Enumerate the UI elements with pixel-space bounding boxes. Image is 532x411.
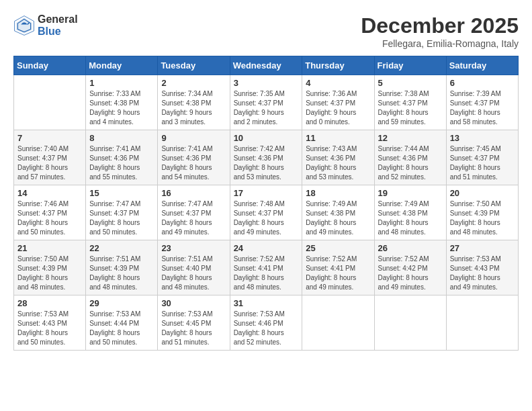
day-info: Sunrise: 7:53 AM Sunset: 4:43 PM Dayligh… — [450, 255, 515, 292]
day-info: Sunrise: 7:47 AM Sunset: 4:37 PM Dayligh… — [89, 199, 154, 237]
day-info: Sunrise: 7:36 AM Sunset: 4:37 PM Dayligh… — [306, 89, 370, 127]
weekday-header-wednesday: Wednesday — [230, 56, 302, 75]
day-number: 1 — [89, 78, 154, 88]
calendar-cell: 7Sunrise: 7:40 AM Sunset: 4:37 PM Daylig… — [14, 130, 86, 185]
calendar-cell: 9Sunrise: 7:41 AM Sunset: 4:36 PM Daylig… — [158, 130, 230, 185]
calendar-cell: 28Sunrise: 7:53 AM Sunset: 4:43 PM Dayli… — [14, 295, 86, 351]
day-number: 16 — [161, 188, 226, 198]
calendar-cell: 25Sunrise: 7:52 AM Sunset: 4:41 PM Dayli… — [302, 240, 374, 295]
day-info: Sunrise: 7:49 AM Sunset: 4:38 PM Dayligh… — [306, 199, 370, 237]
weekday-header-tuesday: Tuesday — [158, 56, 230, 75]
day-info: Sunrise: 7:46 AM Sunset: 4:37 PM Dayligh… — [17, 199, 82, 237]
day-info: Sunrise: 7:48 AM Sunset: 4:37 PM Dayligh… — [234, 199, 299, 237]
day-number: 27 — [450, 243, 515, 253]
calendar-cell: 10Sunrise: 7:42 AM Sunset: 4:36 PM Dayli… — [230, 130, 302, 185]
calendar-cell: 4Sunrise: 7:36 AM Sunset: 4:37 PM Daylig… — [302, 75, 374, 130]
calendar-cell: 21Sunrise: 7:50 AM Sunset: 4:39 PM Dayli… — [14, 240, 86, 295]
day-number: 21 — [17, 243, 82, 253]
day-number: 7 — [17, 133, 82, 143]
calendar-cell: 24Sunrise: 7:52 AM Sunset: 4:41 PM Dayli… — [230, 240, 302, 295]
day-info: Sunrise: 7:35 AM Sunset: 4:37 PM Dayligh… — [234, 89, 299, 127]
calendar-cell: 31Sunrise: 7:53 AM Sunset: 4:46 PM Dayli… — [230, 295, 302, 351]
day-number: 25 — [306, 243, 370, 253]
day-info: Sunrise: 7:52 AM Sunset: 4:42 PM Dayligh… — [378, 255, 443, 292]
calendar-cell: 19Sunrise: 7:49 AM Sunset: 4:38 PM Dayli… — [374, 185, 446, 240]
weekday-header-monday: Monday — [86, 56, 158, 75]
month-title: December 2025 — [361, 13, 519, 38]
weekday-header-friday: Friday — [374, 56, 446, 75]
calendar-week-2: 7Sunrise: 7:40 AM Sunset: 4:37 PM Daylig… — [14, 130, 519, 185]
title-area: December 2025 Fellegara, Emilia-Romagna,… — [361, 13, 519, 49]
day-info: Sunrise: 7:51 AM Sunset: 4:40 PM Dayligh… — [161, 255, 226, 292]
day-info: Sunrise: 7:41 AM Sunset: 4:36 PM Dayligh… — [161, 144, 226, 182]
day-info: Sunrise: 7:53 AM Sunset: 4:44 PM Dayligh… — [89, 310, 154, 347]
calendar-cell: 30Sunrise: 7:53 AM Sunset: 4:45 PM Dayli… — [158, 295, 230, 351]
calendar-cell: 1Sunrise: 7:33 AM Sunset: 4:38 PM Daylig… — [86, 75, 158, 130]
calendar-cell: 3Sunrise: 7:35 AM Sunset: 4:37 PM Daylig… — [230, 75, 302, 130]
logo-general-text: General — [38, 13, 78, 26]
calendar-cell: 13Sunrise: 7:45 AM Sunset: 4:37 PM Dayli… — [446, 130, 518, 185]
day-info: Sunrise: 7:53 AM Sunset: 4:46 PM Dayligh… — [234, 310, 299, 347]
calendar-cell — [374, 295, 446, 351]
day-number: 11 — [306, 133, 370, 143]
calendar-cell: 23Sunrise: 7:51 AM Sunset: 4:40 PM Dayli… — [158, 240, 230, 295]
calendar-cell: 6Sunrise: 7:39 AM Sunset: 4:37 PM Daylig… — [446, 75, 518, 130]
day-info: Sunrise: 7:42 AM Sunset: 4:36 PM Dayligh… — [234, 144, 299, 182]
calendar-week-3: 14Sunrise: 7:46 AM Sunset: 4:37 PM Dayli… — [14, 185, 519, 240]
logo: General Blue — [13, 13, 78, 37]
logo-blue-text: Blue — [38, 26, 78, 38]
calendar-cell: 22Sunrise: 7:51 AM Sunset: 4:39 PM Dayli… — [86, 240, 158, 295]
day-info: Sunrise: 7:44 AM Sunset: 4:36 PM Dayligh… — [378, 144, 443, 182]
calendar-cell: 8Sunrise: 7:41 AM Sunset: 4:36 PM Daylig… — [86, 130, 158, 185]
day-number: 23 — [161, 243, 226, 253]
day-info: Sunrise: 7:38 AM Sunset: 4:37 PM Dayligh… — [378, 89, 443, 127]
day-info: Sunrise: 7:52 AM Sunset: 4:41 PM Dayligh… — [234, 255, 299, 292]
day-number: 17 — [234, 188, 299, 198]
calendar-cell: 5Sunrise: 7:38 AM Sunset: 4:37 PM Daylig… — [374, 75, 446, 130]
day-info: Sunrise: 7:33 AM Sunset: 4:38 PM Dayligh… — [89, 89, 154, 127]
day-info: Sunrise: 7:50 AM Sunset: 4:39 PM Dayligh… — [450, 199, 515, 237]
day-number: 2 — [161, 78, 226, 88]
calendar-cell: 12Sunrise: 7:44 AM Sunset: 4:36 PM Dayli… — [374, 130, 446, 185]
day-number: 29 — [89, 298, 154, 308]
weekday-header-thursday: Thursday — [302, 56, 374, 75]
day-number: 6 — [450, 78, 515, 88]
weekday-header-row: SundayMondayTuesdayWednesdayThursdayFrid… — [14, 56, 519, 75]
day-number: 8 — [89, 133, 154, 143]
logo-icon — [13, 15, 35, 36]
day-info: Sunrise: 7:53 AM Sunset: 4:43 PM Dayligh… — [17, 310, 82, 347]
calendar-cell: 17Sunrise: 7:48 AM Sunset: 4:37 PM Dayli… — [230, 185, 302, 240]
calendar-header: SundayMondayTuesdayWednesdayThursdayFrid… — [14, 56, 519, 75]
calendar-cell — [446, 295, 518, 351]
day-number: 15 — [89, 188, 154, 198]
day-info: Sunrise: 7:47 AM Sunset: 4:37 PM Dayligh… — [161, 199, 226, 237]
calendar-table: SundayMondayTuesdayWednesdayThursdayFrid… — [13, 56, 519, 351]
svg-marker-0 — [16, 17, 32, 34]
day-info: Sunrise: 7:51 AM Sunset: 4:39 PM Dayligh… — [89, 255, 154, 292]
calendar-week-1: 1Sunrise: 7:33 AM Sunset: 4:38 PM Daylig… — [14, 75, 519, 130]
day-number: 4 — [306, 78, 370, 88]
day-number: 19 — [378, 188, 443, 198]
calendar-body: 1Sunrise: 7:33 AM Sunset: 4:38 PM Daylig… — [14, 75, 519, 351]
day-info: Sunrise: 7:39 AM Sunset: 4:37 PM Dayligh… — [450, 89, 515, 127]
calendar-cell: 20Sunrise: 7:50 AM Sunset: 4:39 PM Dayli… — [446, 185, 518, 240]
day-number: 9 — [161, 133, 226, 143]
day-number: 22 — [89, 243, 154, 253]
calendar-cell: 16Sunrise: 7:47 AM Sunset: 4:37 PM Dayli… — [158, 185, 230, 240]
day-number: 24 — [234, 243, 299, 253]
calendar-cell: 29Sunrise: 7:53 AM Sunset: 4:44 PM Dayli… — [86, 295, 158, 351]
day-info: Sunrise: 7:53 AM Sunset: 4:45 PM Dayligh… — [161, 310, 226, 347]
day-info: Sunrise: 7:49 AM Sunset: 4:38 PM Dayligh… — [378, 199, 443, 237]
calendar-week-5: 28Sunrise: 7:53 AM Sunset: 4:43 PM Dayli… — [14, 295, 519, 351]
day-number: 31 — [234, 298, 299, 308]
calendar-cell: 27Sunrise: 7:53 AM Sunset: 4:43 PM Dayli… — [446, 240, 518, 295]
calendar-cell: 14Sunrise: 7:46 AM Sunset: 4:37 PM Dayli… — [14, 185, 86, 240]
day-number: 18 — [306, 188, 370, 198]
day-number: 12 — [378, 133, 443, 143]
day-number: 28 — [17, 298, 82, 308]
day-number: 3 — [234, 78, 299, 88]
day-number: 26 — [378, 243, 443, 253]
calendar-cell: 2Sunrise: 7:34 AM Sunset: 4:38 PM Daylig… — [158, 75, 230, 130]
day-number: 14 — [17, 188, 82, 198]
day-info: Sunrise: 7:50 AM Sunset: 4:39 PM Dayligh… — [17, 255, 82, 292]
